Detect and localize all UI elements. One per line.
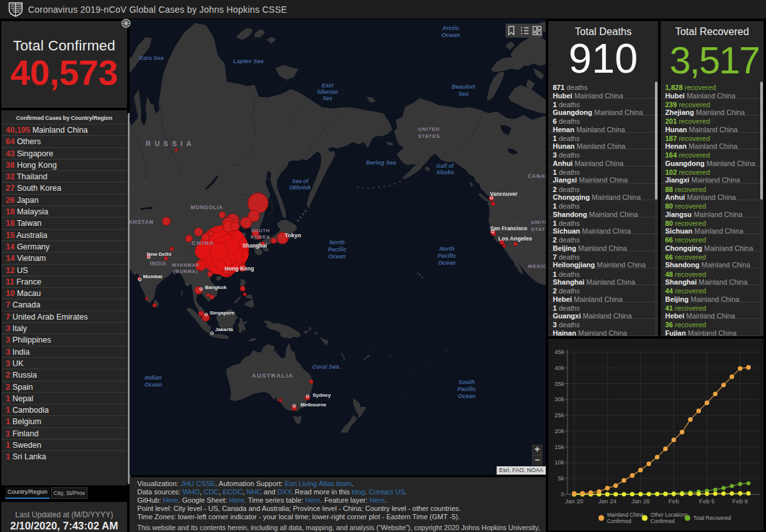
svg-text:CANADA: CANADA [527, 173, 546, 179]
svg-text:45k: 45k [555, 348, 565, 355]
svg-text:RUSSIA: RUSSIA [146, 140, 195, 147]
svg-text:Ocean: Ocean [438, 260, 456, 266]
svg-text:Siberian: Siberian [317, 89, 338, 95]
svg-text:40k: 40k [555, 364, 565, 371]
svg-text:15k: 15k [555, 443, 565, 450]
svg-text:KOREA: KOREA [251, 234, 271, 240]
svg-text:Bangkok: Bangkok [205, 284, 227, 290]
svg-text:MONGOLIA: MONGOLIA [191, 205, 223, 211]
svg-text:Other Locations: Other Locations [650, 512, 687, 518]
svg-text:Sea of: Sea of [292, 178, 309, 184]
svg-text:Laptev Sea: Laptev Sea [233, 58, 264, 64]
svg-text:Confirmed: Confirmed [607, 519, 631, 524]
svg-text:Sydney: Sydney [313, 392, 331, 398]
svg-text:Feb 5: Feb 5 [699, 498, 714, 505]
svg-text:Ocean: Ocean [328, 253, 346, 260]
svg-text:UNITED: UNITED [531, 219, 546, 225]
svg-text:STATES: STATES [418, 133, 440, 139]
svg-text:UNITED: UNITED [418, 126, 440, 132]
svg-text:Okhotsk: Okhotsk [289, 184, 312, 191]
svg-text:Coral Sea: Coral Sea [312, 364, 339, 370]
svg-text:Pacific: Pacific [457, 386, 476, 392]
svg-text:Ocean: Ocean [458, 393, 476, 399]
svg-text:Hong Kong: Hong Kong [225, 265, 254, 272]
svg-text:Pacific: Pacific [327, 246, 346, 253]
svg-text:Tokyo: Tokyo [285, 232, 301, 239]
svg-text:35k: 35k [555, 380, 565, 387]
svg-text:North: North [439, 246, 454, 252]
svg-text:Indian: Indian [145, 374, 162, 381]
svg-text:Singapore: Singapore [209, 310, 235, 316]
svg-text:Ocean: Ocean [144, 381, 162, 388]
svg-text:Melbourne: Melbourne [301, 402, 327, 408]
svg-text:Feb: Feb [668, 498, 679, 505]
svg-text:AUSTRALIA: AUSTRALIA [252, 372, 294, 379]
svg-text:Beaufort: Beaufort [451, 84, 476, 90]
svg-text:KHSTAN: KHSTAN [130, 219, 154, 225]
svg-text:Alaska: Alaska [435, 169, 454, 175]
svg-text:SOUTH: SOUTH [251, 228, 270, 233]
svg-text:Arctic: Arctic [442, 24, 460, 31]
svg-text:Kara Sea: Kara Sea [139, 55, 164, 61]
svg-text:Jan 28: Jan 28 [631, 498, 650, 505]
svg-text:Sea: Sea [322, 95, 332, 101]
svg-text:MÉXICO: MÉXICO [528, 263, 546, 269]
svg-text:(BURMA): (BURMA) [174, 269, 198, 274]
svg-text:New Delhi: New Delhi [147, 251, 171, 257]
svg-text:East: East [322, 82, 334, 89]
svg-text:South: South [458, 379, 475, 385]
svg-text:Shanghai: Shanghai [243, 242, 267, 249]
svg-text:Jan 24: Jan 24 [598, 498, 617, 505]
svg-text:Bering Sea: Bering Sea [366, 159, 396, 166]
svg-text:Los Angeles: Los Angeles [498, 235, 532, 242]
svg-text:Confirmed: Confirmed [650, 519, 675, 524]
svg-text:Mainland China: Mainland China [607, 512, 643, 518]
svg-text:San Francisco: San Francisco [490, 225, 527, 232]
svg-text:MYANMAR: MYANMAR [172, 262, 199, 268]
svg-text:INDIA: INDIA [150, 261, 167, 267]
svg-text:Gulf of: Gulf of [436, 163, 454, 169]
svg-text:20k: 20k [555, 427, 565, 434]
svg-text:25k: 25k [555, 411, 565, 418]
svg-text:North: North [329, 239, 345, 246]
svg-text:Mumbai: Mumbai [143, 274, 162, 279]
svg-text:Vancouver: Vancouver [490, 191, 518, 197]
svg-text:STATES: STATES [531, 226, 546, 232]
svg-text:Pacific: Pacific [437, 253, 456, 259]
svg-text:Ocean: Ocean [441, 31, 460, 38]
svg-text:Sea: Sea [458, 91, 469, 97]
svg-text:CHINA: CHINA [192, 239, 214, 246]
svg-text:0: 0 [561, 491, 564, 498]
svg-text:5k: 5k [558, 475, 564, 482]
svg-text:Jan 20: Jan 20 [565, 498, 583, 505]
svg-text:10k: 10k [555, 459, 565, 466]
svg-text:30k: 30k [555, 395, 565, 403]
svg-text:Total Recovered: Total Recovered [693, 515, 732, 521]
svg-text:Feb 9: Feb 9 [732, 498, 747, 505]
svg-text:Jakarta: Jakarta [215, 327, 234, 332]
